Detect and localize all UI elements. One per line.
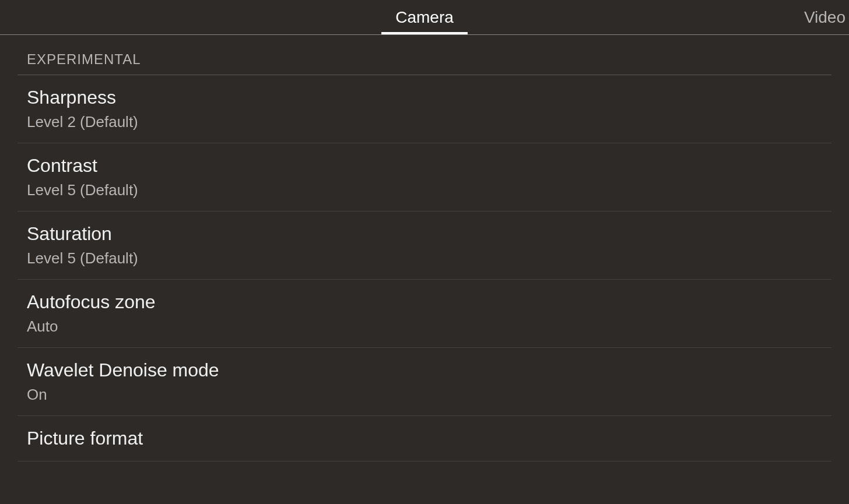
setting-value: Auto: [27, 318, 822, 336]
setting-wavelet-denoise[interactable]: Wavelet Denoise mode On: [17, 348, 832, 416]
setting-title: Wavelet Denoise mode: [27, 360, 822, 381]
setting-title: Contrast: [27, 155, 822, 177]
settings-content: EXPERIMENTAL Sharpness Level 2 (Default)…: [0, 35, 849, 461]
setting-autofocus-zone[interactable]: Autofocus zone Auto: [17, 280, 832, 348]
setting-value: Level 2 (Default): [27, 113, 822, 131]
setting-value: Level 5 (Default): [27, 249, 822, 267]
tab-bar: Camera Video: [0, 0, 849, 35]
setting-value: Level 5 (Default): [27, 181, 822, 199]
setting-sharpness[interactable]: Sharpness Level 2 (Default): [17, 75, 832, 143]
tab-camera[interactable]: Camera: [381, 1, 468, 34]
setting-value: On: [27, 386, 822, 404]
setting-title: Sharpness: [27, 87, 822, 108]
setting-contrast[interactable]: Contrast Level 5 (Default): [17, 143, 832, 212]
setting-saturation[interactable]: Saturation Level 5 (Default): [17, 212, 832, 280]
setting-title: Picture format: [27, 428, 822, 449]
section-header-experimental: EXPERIMENTAL: [17, 35, 832, 75]
setting-title: Saturation: [27, 223, 822, 245]
tab-video[interactable]: Video: [790, 1, 849, 34]
setting-title: Autofocus zone: [27, 291, 822, 313]
setting-picture-format[interactable]: Picture format: [17, 416, 832, 461]
